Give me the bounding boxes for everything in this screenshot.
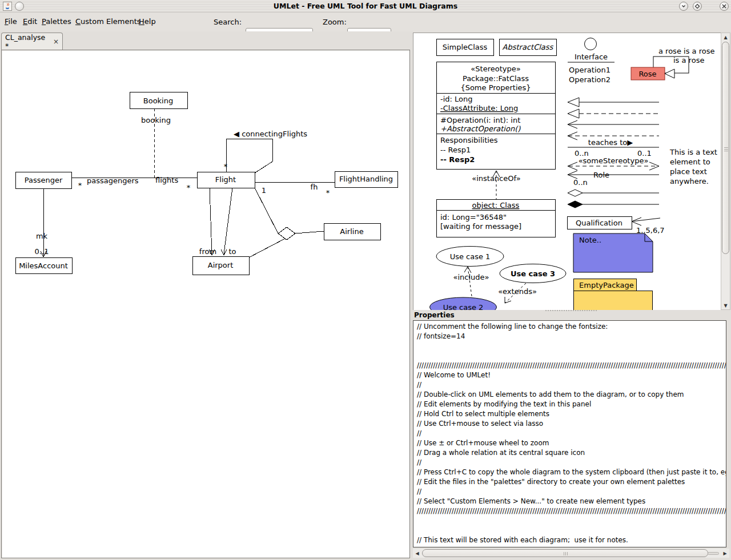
search-label: Search: bbox=[214, 18, 242, 26]
usecase-label: Use case 1 bbox=[450, 252, 491, 261]
class-name: Airline bbox=[340, 227, 363, 236]
properties-line: // Hold Ctrl to select multiple elements bbox=[417, 409, 726, 419]
properties-line bbox=[417, 341, 726, 351]
class-name: MilesAccount bbox=[19, 261, 68, 270]
text-element: place text bbox=[670, 167, 707, 176]
palette-package-body[interactable] bbox=[573, 291, 652, 310]
palette-scrollbar[interactable]: ▲ ▼ bbox=[721, 33, 730, 310]
operation-label: +AbstractOperation() bbox=[440, 124, 521, 133]
aggregation-diamond-icon bbox=[568, 190, 583, 196]
operation-label: Operation1 bbox=[569, 66, 610, 74]
airport-aggregation-line[interactable] bbox=[249, 239, 285, 257]
properties-line: // Edit elements by modifying the text i… bbox=[417, 400, 726, 409]
properties-line: // Edit the files in the "palettes" dire… bbox=[417, 477, 726, 487]
properties-line: // Welcome to UMLet! bbox=[417, 370, 726, 380]
palette-panel[interactable]: SimpleClass AbstractClass «Stereotype» P… bbox=[413, 33, 721, 310]
text-element: This is a text bbox=[669, 148, 717, 156]
multiplicity-label: * bbox=[224, 162, 228, 171]
menu-palettes[interactable]: Palettes bbox=[42, 17, 71, 26]
role-label: mk bbox=[36, 232, 48, 240]
diagram-canvas[interactable]: Booking Passenger Flight FlightHandling … bbox=[1, 50, 410, 558]
tab-close-button[interactable]: × bbox=[53, 39, 59, 45]
class-name: FlightHandling bbox=[339, 175, 393, 183]
titlebar: UMLet - Free UML Tool for Fast UML Diagr… bbox=[0, 0, 731, 13]
thumb-grip-icon bbox=[564, 552, 568, 555]
role-label: from bbox=[199, 247, 216, 256]
scrollbar-track-end bbox=[708, 552, 719, 555]
role-label: Role bbox=[593, 171, 609, 179]
role-label: to bbox=[228, 247, 236, 256]
multiplicity-label: 1 bbox=[262, 186, 266, 195]
close-button[interactable] bbox=[720, 2, 729, 11]
properties-line: ////////////////////////////////////////… bbox=[417, 361, 726, 370]
palette-class-name: Package::FatClass bbox=[463, 74, 529, 83]
stereotype-label: «include» bbox=[453, 273, 489, 281]
association-label: ◀ connectingFlights bbox=[234, 130, 307, 138]
multiplicity-label: 0..n bbox=[573, 178, 588, 187]
palette-interface-circle[interactable] bbox=[585, 38, 597, 50]
properties-scrollbar[interactable]: ◀ ▶ bbox=[413, 549, 729, 558]
role-label: booking bbox=[141, 116, 171, 124]
flight-aggregation-line[interactable] bbox=[255, 188, 278, 233]
scroll-left-button[interactable]: ◀ bbox=[413, 549, 421, 557]
responsibility-label: -- Resp2 bbox=[440, 155, 475, 164]
palette-class-name: SimpleClass bbox=[443, 43, 488, 51]
maximize-button[interactable] bbox=[693, 2, 702, 11]
properties-editor[interactable]: // Uncomment the following line to chang… bbox=[413, 320, 726, 547]
object-state: [waiting for message] bbox=[440, 222, 521, 231]
multiplicity-label: * bbox=[187, 183, 191, 192]
properties-label: {Some Properties} bbox=[460, 83, 531, 92]
properties-line: // bbox=[417, 458, 726, 468]
tab-label: CL_analyse * bbox=[5, 33, 47, 50]
multiplicity-label: * bbox=[326, 188, 330, 197]
menubar: File Edit Palettes Custom Elements Help … bbox=[0, 13, 731, 31]
scroll-right-button[interactable]: ▶ bbox=[721, 549, 729, 557]
palette-class-name: Rose bbox=[638, 70, 656, 78]
association-label: teaches to▶ bbox=[588, 138, 633, 147]
properties-title: Properties bbox=[414, 311, 455, 319]
properties-line: // bbox=[417, 429, 726, 438]
stereotype-label: «Stereotype» bbox=[471, 65, 520, 73]
text-element: anywhere. bbox=[670, 177, 709, 186]
properties-line bbox=[417, 516, 726, 526]
menu-help[interactable]: Help bbox=[139, 17, 156, 26]
properties-line: // This text will be stored with each di… bbox=[417, 535, 726, 545]
zoom-label: Zoom: bbox=[323, 18, 347, 26]
tab-strip: CL_analyse * × bbox=[0, 31, 411, 50]
menu-edit[interactable]: Edit bbox=[23, 17, 37, 26]
scrollbar-thumb[interactable] bbox=[722, 42, 729, 254]
scrollbar-thumb[interactable] bbox=[422, 549, 708, 557]
role-label: passagengers bbox=[87, 176, 139, 185]
operation-label: Operation2 bbox=[569, 75, 610, 84]
properties-line: // Use ± or Ctrl+mouse wheel to zoom bbox=[417, 438, 726, 448]
include-dashed-line[interactable] bbox=[468, 267, 472, 296]
text-element: a rose is a rose bbox=[658, 47, 714, 55]
properties-line: // fontsize=14 bbox=[417, 332, 726, 341]
minimize-button[interactable] bbox=[679, 2, 688, 11]
airline-aggregation-line[interactable] bbox=[295, 231, 324, 233]
diamond-icon bbox=[694, 3, 700, 9]
class-name: Passenger bbox=[25, 176, 63, 184]
splitter-handle[interactable] bbox=[545, 310, 597, 311]
attribute-label: -ClassAttribute: Long bbox=[440, 104, 518, 112]
generalization-triangle-icon bbox=[568, 109, 579, 118]
scroll-down-button[interactable]: ▼ bbox=[721, 301, 730, 309]
responsibility-label: Responsibilities bbox=[440, 136, 498, 144]
tab-cl-analyse[interactable]: CL_analyse * × bbox=[1, 33, 63, 50]
flight-airport-to-line[interactable] bbox=[224, 188, 232, 254]
class-name: Booking bbox=[143, 96, 173, 105]
close-icon bbox=[721, 3, 727, 9]
properties-line: // Use Ctrl+mouse to select via lasso bbox=[417, 419, 726, 429]
composition-diamond-icon bbox=[568, 201, 583, 208]
text-element: element to bbox=[670, 158, 710, 166]
flight-airport-from-line[interactable] bbox=[210, 188, 212, 254]
scroll-up-button[interactable]: ▲ bbox=[721, 33, 730, 41]
aggregation-diamond-icon bbox=[278, 227, 295, 240]
generalization-triangle-icon bbox=[568, 98, 579, 107]
chevron-down-icon bbox=[681, 3, 686, 9]
connecting-flights-association[interactable] bbox=[226, 139, 272, 173]
menu-file[interactable]: File bbox=[5, 17, 17, 26]
properties-line: // Select "Custom Elements > New..." to … bbox=[417, 497, 726, 506]
menu-custom-elements[interactable]: Custom Elements bbox=[75, 17, 141, 26]
multiplicity-label: 0..1 bbox=[35, 247, 49, 256]
